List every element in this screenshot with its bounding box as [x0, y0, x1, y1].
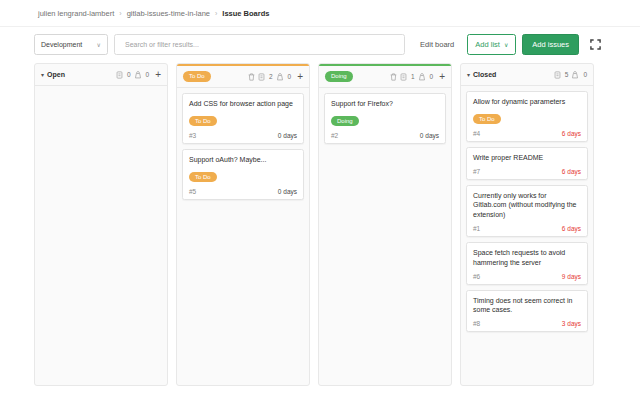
issues-count: 1 — [411, 73, 415, 80]
list-label-pill[interactable]: Doing — [325, 71, 353, 82]
issue-days-badge: 9 days — [562, 273, 581, 280]
trash-icon[interactable] — [248, 73, 255, 81]
issue-card[interactable]: Space fetch requests to avoid hammering … — [466, 242, 588, 285]
chevron-down-icon: ∨ — [504, 41, 508, 48]
issue-label-pill[interactable]: To Do — [189, 116, 217, 127]
issue-board: ▾ Open 0 0 + — [0, 62, 640, 386]
issue-days-badge: 0 days — [278, 132, 297, 139]
breadcrumb-current-page: Issue Boards — [222, 9, 269, 18]
issue-label-pill[interactable]: Doing — [331, 116, 359, 127]
search-input[interactable] — [123, 40, 396, 49]
issue-card-footer: #1 6 days — [473, 225, 581, 232]
issues-count: 5 — [565, 71, 569, 78]
edit-board-button[interactable]: Edit board — [413, 34, 461, 55]
issue-card-footer: #5 0 days — [189, 188, 297, 195]
board-list: ▾ Closed 5 0 Allow for dynamic p — [460, 63, 594, 386]
issue-ref: #5 — [189, 188, 196, 195]
issue-ref: #8 — [473, 320, 480, 327]
issue-title: Support oAuth? Maybe... — [189, 155, 297, 165]
board-list: To Do 2 0 + — [176, 63, 310, 386]
issue-card-footer: #2 0 days — [331, 132, 439, 139]
list-body: Allow for dynamic parameters To Do #4 6 … — [461, 86, 593, 385]
board-toolbar: Development ∨ Edit board Add list ∨ Add … — [0, 27, 640, 62]
issue-card[interactable]: Currently only works for Gitlab.com (wit… — [466, 185, 588, 237]
list-header: Doing 1 0 + — [319, 66, 451, 88]
list-label-pill[interactable]: To Do — [183, 71, 211, 82]
list-header: ▾ Open 0 0 + — [35, 64, 167, 86]
issues-count-icon — [554, 71, 561, 79]
weight-icon — [134, 71, 142, 79]
issue-title: Support for Firefox? — [331, 99, 439, 109]
issue-title: Timing does not seem correct in some cas… — [473, 296, 581, 316]
issue-card[interactable]: Timing does not seem correct in some cas… — [466, 290, 588, 333]
issues-count: 2 — [269, 73, 273, 80]
add-list-button[interactable]: Add list ∨ — [467, 34, 516, 55]
issue-card[interactable]: Support oAuth? Maybe... To Do #5 0 days — [182, 149, 304, 200]
weight-count: 0 — [146, 71, 150, 78]
weight-count: 0 — [288, 73, 292, 80]
issues-count: 0 — [127, 71, 131, 78]
board-switcher-dropdown[interactable]: Development ∨ — [34, 34, 108, 55]
breadcrumb-user-link[interactable]: julien lengrand-lambert — [38, 9, 114, 18]
issue-title: Add CSS for browser action page — [189, 99, 297, 109]
issue-card[interactable]: Write proper README #7 6 days — [466, 147, 588, 180]
issues-count-icon — [116, 71, 123, 79]
issue-card[interactable]: Allow for dynamic parameters To Do #4 6 … — [466, 91, 588, 142]
list-header: To Do 2 0 + — [177, 66, 309, 88]
add-issues-button[interactable]: Add issues — [522, 34, 579, 55]
issue-days-badge: 0 days — [278, 188, 297, 195]
breadcrumb: julien lengrand-lambert › gitlab-issues-… — [0, 0, 640, 27]
weight-count: 0 — [430, 73, 434, 80]
issue-card-footer: #7 6 days — [473, 168, 581, 175]
issue-title: Space fetch requests to avoid hammering … — [473, 248, 581, 268]
weight-icon — [571, 71, 579, 79]
issue-card[interactable]: Add CSS for browser action page To Do #3… — [182, 93, 304, 144]
issue-card-footer: #3 0 days — [189, 132, 297, 139]
list-title: Open — [47, 71, 65, 78]
breadcrumb-separator: › — [215, 10, 217, 17]
issues-count-icon — [258, 73, 265, 81]
issue-ref: #2 — [331, 132, 338, 139]
list-body — [35, 86, 167, 385]
issue-title: Currently only works for Gitlab.com (wit… — [473, 191, 581, 220]
issue-ref: #3 — [189, 132, 196, 139]
weight-icon — [276, 73, 284, 81]
issue-label-pill[interactable]: To Do — [473, 114, 501, 125]
issue-card[interactable]: Support for Firefox? Doing #2 0 days — [324, 93, 446, 144]
add-issue-to-list-button[interactable]: + — [436, 72, 445, 82]
board-switcher-value: Development — [41, 41, 82, 48]
issue-card-footer: #8 3 days — [473, 320, 581, 327]
issue-title: Write proper README — [473, 153, 581, 163]
trash-icon[interactable] — [390, 73, 397, 81]
chevron-down-icon[interactable]: ▾ — [41, 71, 44, 78]
issue-days-badge: 6 days — [562, 130, 581, 137]
issue-ref: #6 — [473, 273, 480, 280]
list-title: Closed — [473, 71, 496, 78]
breadcrumb-project-link[interactable]: gitlab-issues-time-in-lane — [127, 9, 210, 18]
issue-title: Allow for dynamic parameters — [473, 97, 581, 107]
issue-ref: #1 — [473, 225, 480, 232]
issue-days-badge: 6 days — [562, 168, 581, 175]
issue-days-badge: 6 days — [562, 225, 581, 232]
list-body: Add CSS for browser action page To Do #3… — [177, 88, 309, 385]
issue-ref: #7 — [473, 168, 480, 175]
weight-icon — [418, 73, 426, 81]
maximize-icon[interactable] — [588, 38, 602, 52]
chevron-down-icon: ∨ — [97, 41, 101, 48]
issue-days-badge: 0 days — [420, 132, 439, 139]
search-filter-bar[interactable] — [114, 34, 405, 55]
add-issue-to-list-button[interactable]: + — [152, 70, 161, 80]
board-list: ▾ Open 0 0 + — [34, 63, 168, 386]
add-issue-to-list-button[interactable]: + — [294, 72, 303, 82]
weight-count: 0 — [583, 71, 587, 78]
issue-card-footer: #6 9 days — [473, 273, 581, 280]
breadcrumb-separator: › — [119, 10, 121, 17]
issues-count-icon — [400, 73, 407, 81]
chevron-down-icon[interactable]: ▾ — [467, 71, 470, 78]
issue-days-badge: 3 days — [562, 320, 581, 327]
add-list-label: Add list — [475, 40, 500, 49]
issue-label-pill[interactable]: To Do — [189, 172, 217, 183]
issue-ref: #4 — [473, 130, 480, 137]
list-header: ▾ Closed 5 0 — [461, 64, 593, 86]
issue-card-footer: #4 6 days — [473, 130, 581, 137]
